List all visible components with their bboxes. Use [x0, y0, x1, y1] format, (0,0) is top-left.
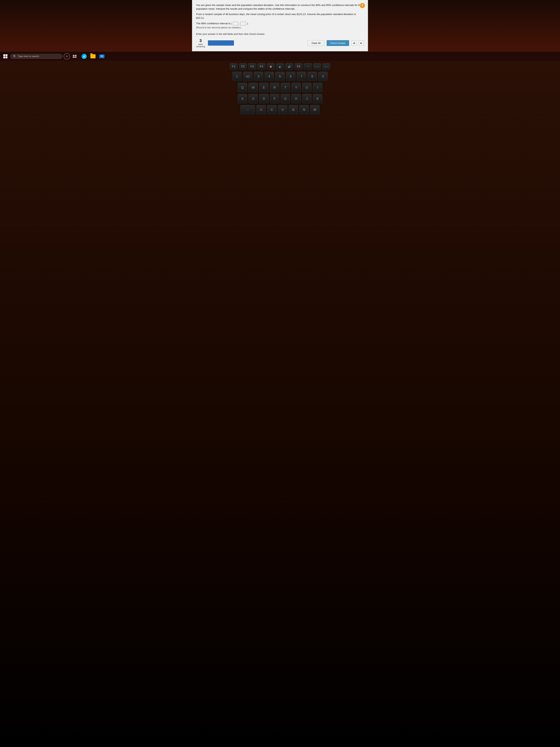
key-d[interactable]: D	[259, 94, 269, 104]
task-view-icon	[73, 55, 77, 58]
mail-icon	[99, 54, 104, 58]
cortana-label: Ai	[66, 55, 68, 58]
key-3[interactable]: # 3	[254, 72, 263, 81]
prev-nav-button[interactable]: ◄	[351, 41, 356, 46]
asdf-row: A S D F G H J K	[201, 94, 359, 104]
key-vol-up[interactable]: 🔊	[285, 63, 293, 70]
confidence-input-lower[interactable]	[233, 22, 238, 25]
key-u[interactable]: U	[302, 83, 312, 93]
key-vol-down[interactable]: 🔉	[276, 63, 284, 70]
taskbar-apps: e	[80, 52, 106, 60]
key-q[interactable]: Q	[238, 83, 247, 93]
key-8[interactable]: * 8	[308, 72, 317, 81]
fn-key-row: F1 F2 F3 F4 🔇 🔉 🔊 F8 ☀ PrtScn Home	[201, 63, 359, 70]
key-m[interactable]: M	[310, 105, 320, 115]
key-n[interactable]: N	[299, 105, 309, 115]
cortana-button[interactable]: Ai	[64, 53, 70, 59]
key-f2[interactable]: F2	[239, 63, 247, 70]
confidence-interval-line: The 90% confidence interval is ( , ).	[196, 22, 364, 25]
key-b[interactable]: B	[289, 105, 298, 115]
number-key-row: 1 @!2 # 3 $ 4 % 5 ^ 6	[201, 72, 359, 81]
key-e[interactable]: E	[259, 83, 269, 93]
file-explorer-button[interactable]	[89, 52, 97, 60]
key-h[interactable]: H	[291, 94, 301, 104]
windows-start-button[interactable]	[1, 52, 9, 60]
key-c[interactable]: C	[267, 105, 277, 115]
key-j[interactable]: J	[302, 94, 312, 104]
key-f1[interactable]: F1	[230, 63, 238, 70]
key-a[interactable]: A	[238, 94, 247, 104]
problem-intro: You are given the sample mean and the po…	[196, 3, 364, 20]
check-answer-button[interactable]: Check Answer	[327, 40, 349, 46]
next-nav-button[interactable]: ►	[359, 41, 364, 46]
key-i[interactable]: I	[313, 83, 322, 93]
key-v[interactable]: V	[278, 105, 287, 115]
keyboard-area: F1 F2 F3 F4 🔇 🔉 🔊 F8 ☀ PrtScn Home 1 @!2…	[0, 61, 560, 747]
svg-rect-0	[73, 55, 74, 56]
instruction-text: Enter your answer in the edit fields and…	[196, 33, 364, 35]
answer-bar: 3 parts remaining Clear All Check Answer…	[196, 38, 364, 48]
key-s[interactable]: S	[248, 94, 258, 104]
parts-remaining-label: remaining	[196, 45, 205, 48]
key-x[interactable]: X	[256, 105, 266, 115]
svg-rect-1	[75, 55, 77, 56]
key-f[interactable]: F	[270, 94, 279, 104]
key-f4[interactable]: F4	[258, 63, 266, 70]
problem-panel: ? You are given the sample mean and the …	[192, 0, 368, 51]
svg-rect-3	[75, 56, 77, 58]
key-g[interactable]: G	[281, 94, 290, 104]
key-shift-left[interactable]: ⇧	[240, 105, 255, 115]
key-k[interactable]: K	[313, 94, 322, 104]
key-r[interactable]: R	[270, 83, 279, 93]
clear-all-button[interactable]: Clear All	[308, 40, 324, 46]
key-brightness[interactable]: ☀	[304, 63, 312, 70]
parts-counter: 3 parts remaining	[196, 38, 205, 48]
key-w[interactable]: W	[248, 83, 258, 93]
key-5[interactable]: % 5	[275, 72, 285, 81]
key-home[interactable]: Home	[322, 63, 330, 70]
mail-button[interactable]	[98, 52, 106, 60]
round-note: (Round to two decimal places as needed.)	[196, 26, 364, 29]
confidence-input-upper[interactable]	[240, 22, 246, 25]
search-placeholder-text: Type here to search	[18, 55, 39, 58]
key-4[interactable]: $ 4	[264, 72, 274, 81]
parts-label-text: parts	[198, 43, 203, 45]
key-t[interactable]: T	[281, 83, 290, 93]
key-9[interactable]: ( 9	[318, 72, 328, 81]
key-y[interactable]: Y	[291, 83, 301, 93]
task-view-button[interactable]	[71, 53, 78, 60]
folder-icon	[90, 54, 96, 58]
answer-input-field[interactable]	[208, 41, 234, 46]
keyboard: F1 F2 F3 F4 🔇 🔉 🔊 F8 ☀ PrtScn Home 1 @!2…	[201, 63, 359, 116]
key-1[interactable]: 1	[232, 72, 242, 81]
svg-rect-2	[73, 56, 75, 58]
key-f3[interactable]: F3	[248, 63, 256, 70]
key-prtscn[interactable]: PrtScn	[313, 63, 321, 70]
key-7[interactable]: & 7	[297, 72, 306, 81]
search-icon: 🔍	[13, 55, 16, 58]
key-f8[interactable]: F8	[294, 63, 302, 70]
edge-app-button[interactable]: e	[80, 52, 88, 60]
taskbar: 🔍 Type here to search Ai e	[0, 51, 560, 61]
key-2[interactable]: @!2	[243, 72, 252, 81]
windows-logo-icon	[3, 54, 7, 58]
qwerty-row: Q W E R T Y U I	[201, 83, 359, 93]
key-6[interactable]: ^ 6	[286, 72, 296, 81]
edge-icon: e	[81, 54, 87, 59]
taskbar-search[interactable]: 🔍 Type here to search	[10, 54, 62, 59]
help-button[interactable]: ?	[360, 3, 365, 8]
zxcv-row: ⇧ X C V B N M	[201, 105, 359, 115]
parts-number: 3	[199, 38, 202, 43]
key-mute[interactable]: 🔇	[267, 63, 275, 70]
